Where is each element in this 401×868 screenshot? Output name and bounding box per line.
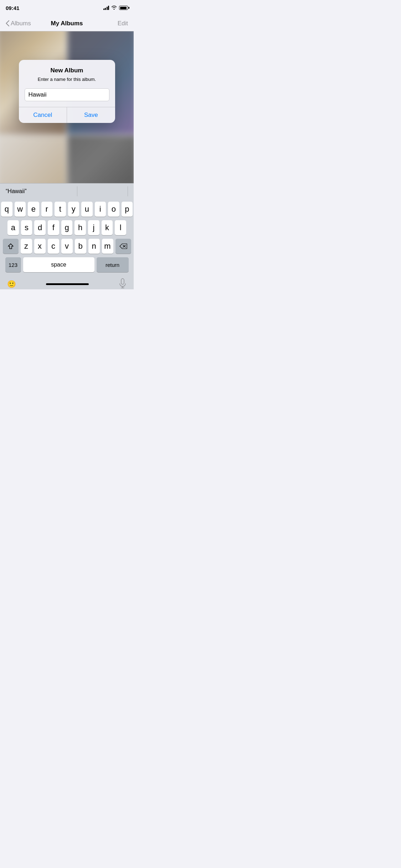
dialog-content: New Album Enter a name for this album. <box>19 60 115 107</box>
save-button[interactable]: Save <box>67 107 115 123</box>
back-button[interactable]: Albums <box>6 20 31 27</box>
dialog-buttons: Cancel Save <box>19 107 115 123</box>
dialog-title: New Album <box>25 67 109 74</box>
nav-bar: Albums My Albums Edit <box>0 16 134 31</box>
battery-icon <box>119 6 128 10</box>
dialog-backdrop: New Album Enter a name for this album. C… <box>0 31 134 289</box>
status-bar: 09:41 <box>0 0 134 16</box>
page-title: My Albums <box>51 20 83 27</box>
status-time: 09:41 <box>6 5 19 11</box>
cancel-button[interactable]: Cancel <box>19 107 67 123</box>
dialog-message: Enter a name for this album. <box>25 76 109 83</box>
back-label: Albums <box>11 20 31 27</box>
signal-icon <box>103 6 109 10</box>
album-name-input[interactable] <box>25 88 109 101</box>
edit-button[interactable]: Edit <box>118 20 128 27</box>
wifi-icon <box>111 5 117 11</box>
new-album-dialog: New Album Enter a name for this album. C… <box>19 60 115 123</box>
status-icons <box>103 5 128 11</box>
